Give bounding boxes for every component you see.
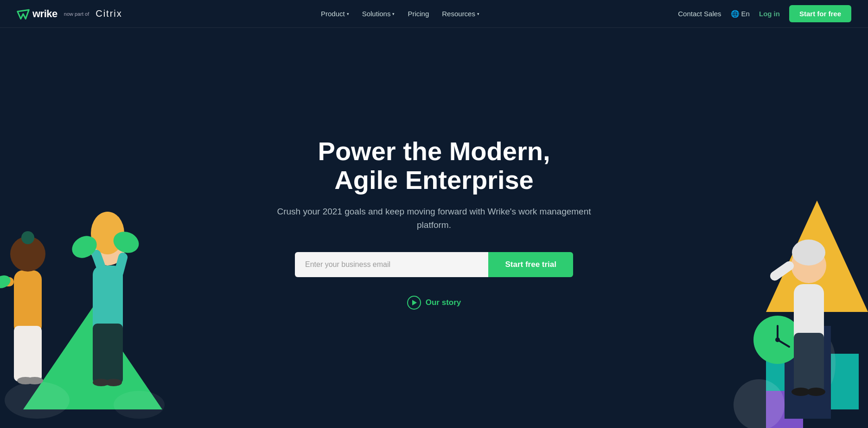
left-illustration — [0, 140, 185, 428]
svg-point-29 — [775, 337, 780, 342]
svg-point-21 — [105, 379, 122, 386]
wrike-check-icon — [17, 7, 30, 20]
hero-subtitle: Crush your 2021 goals and keep moving fo… — [272, 205, 596, 232]
hero-content: Power the Modern, Agile Enterprise Crush… — [272, 137, 596, 310]
email-signup-form: Start free trial — [295, 252, 573, 277]
language-label: En — [741, 10, 750, 18]
navbar: wrike now part of Citrix Product ▾ Solut… — [0, 0, 868, 28]
login-link[interactable]: Log in — [759, 10, 780, 18]
contact-sales-link[interactable]: Contact Sales — [678, 10, 721, 18]
logo-area: wrike now part of Citrix — [17, 7, 122, 20]
right-illustration — [692, 140, 868, 428]
start-for-free-button[interactable]: Start for free — [789, 5, 851, 22]
play-triangle-icon — [412, 300, 417, 305]
svg-rect-13 — [93, 324, 123, 384]
nav-solutions[interactable]: Solutions ▾ — [362, 10, 395, 18]
now-part-of-text: now part of — [64, 11, 89, 17]
email-input[interactable] — [295, 252, 488, 277]
wrike-text: wrike — [32, 8, 57, 20]
nav-resources[interactable]: Resources ▾ — [442, 10, 479, 18]
svg-point-24 — [734, 379, 785, 428]
start-free-trial-button[interactable]: Start free trial — [488, 252, 573, 277]
hero-title: Power the Modern, Agile Enterprise — [272, 137, 596, 194]
svg-point-6 — [21, 231, 34, 244]
globe-icon: 🌐 — [731, 10, 740, 18]
svg-point-2 — [5, 382, 70, 419]
solutions-chevron-icon: ▾ — [392, 12, 395, 16]
right-illustration-svg — [692, 140, 868, 428]
left-illustration-svg — [0, 140, 185, 428]
svg-rect-4 — [14, 270, 42, 335]
svg-point-33 — [792, 240, 825, 266]
resources-chevron-icon: ▾ — [477, 12, 479, 16]
svg-rect-7 — [14, 326, 42, 382]
nav-links: Product ▾ Solutions ▾ Pricing Resources … — [321, 10, 479, 18]
wrike-logo[interactable]: wrike — [17, 7, 57, 20]
svg-point-36 — [807, 388, 825, 396]
nav-right: Contact Sales 🌐 En Log in Start for free — [678, 5, 851, 22]
our-story-link[interactable]: Our story — [272, 296, 596, 310]
svg-rect-34 — [794, 333, 824, 393]
product-chevron-icon: ▾ — [347, 12, 349, 16]
hero-section: Power the Modern, Agile Enterprise Crush… — [0, 28, 868, 428]
svg-point-3 — [114, 391, 165, 419]
nav-product[interactable]: Product ▾ — [321, 10, 349, 18]
our-story-label: Our story — [426, 298, 461, 307]
language-selector[interactable]: 🌐 En — [731, 10, 750, 18]
svg-point-19 — [26, 377, 43, 384]
nav-pricing[interactable]: Pricing — [408, 10, 429, 18]
play-circle-icon — [407, 296, 421, 310]
svg-marker-0 — [18, 10, 29, 19]
citrix-logo-text: Citrix — [96, 8, 122, 19]
